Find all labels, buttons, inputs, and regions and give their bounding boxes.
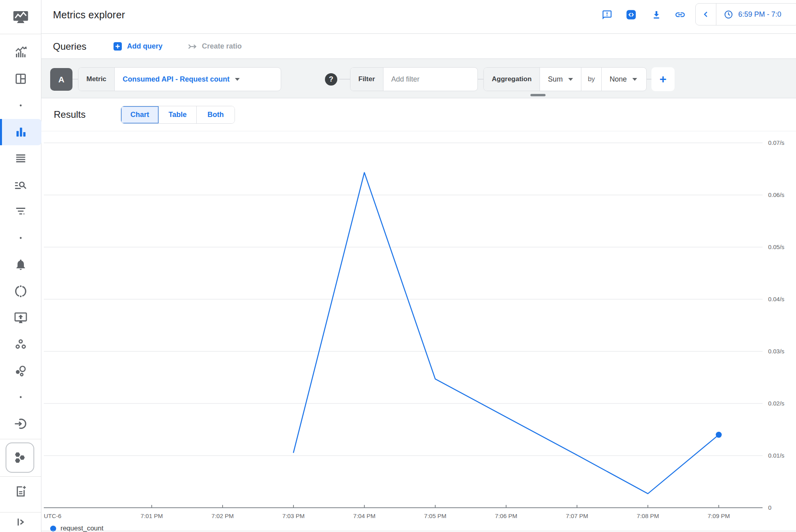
timezone-label: UTC-6 [44, 513, 61, 519]
time-range-text: 6:59 PM - 7:0 [738, 10, 781, 19]
feedback-button[interactable] [598, 6, 616, 23]
back-chevron-icon [702, 10, 710, 19]
group-by-select[interactable]: None [602, 68, 645, 91]
sidebar-divider [0, 439, 41, 439]
sidebar-item-dashboards[interactable] [0, 68, 41, 90]
sidebar-item-trace[interactable] [0, 201, 41, 223]
help-button[interactable]: ? [325, 73, 337, 86]
x-tick-label: 7:05 PM [424, 513, 446, 519]
y-tick-label: 0.07/s [768, 139, 784, 146]
sidebar-item-logs-search[interactable] [0, 174, 41, 196]
series-end-marker [716, 432, 722, 438]
sidebar-item-overview[interactable] [0, 41, 41, 64]
queries-heading: Queries [53, 41, 86, 52]
integrations-icon [14, 417, 27, 431]
metric-select[interactable]: Consumed API - Request count [115, 68, 248, 91]
dashboards-icon [14, 72, 27, 86]
sidebar-item-more-dot-3 [0, 386, 41, 408]
left-nav-sidebar [0, 0, 41, 532]
clock-icon [724, 10, 733, 19]
y-tick-label: 0.03/s [768, 348, 784, 355]
sidebar-divider [0, 512, 41, 513]
sidebar-divider [0, 476, 41, 477]
sidebar-item-metrics-explorer[interactable] [0, 119, 41, 145]
x-tick-label: 7:04 PM [353, 513, 376, 519]
svg-text:?: ? [329, 75, 333, 83]
sidebar-item-services[interactable] [0, 360, 41, 382]
more-dot-1-icon [16, 101, 25, 110]
time-range-button[interactable]: 6:59 PM - 7:0 [716, 4, 781, 25]
time-back-button[interactable] [696, 4, 716, 25]
aggregation-select[interactable]: Sum [540, 68, 581, 91]
sidebar-item-groups[interactable] [0, 333, 41, 355]
groups-icon [14, 338, 27, 351]
connector-line [478, 79, 483, 80]
filter-chip: Filter Add filter [350, 67, 478, 91]
create-ratio-button[interactable]: Create ratio [187, 41, 242, 52]
tab-chart[interactable]: Chart [121, 106, 159, 123]
download-icon [651, 10, 662, 20]
more-dot-3-icon [16, 392, 25, 402]
aggregation-label: Aggregation [484, 68, 540, 91]
overview-icon [14, 45, 28, 60]
sidebar-item-error-reporting[interactable] [0, 280, 41, 302]
tab-table[interactable]: Table [159, 106, 197, 123]
queries-header-row: Queries Add query Create ratio [41, 34, 796, 59]
sidebar-item-release-notes[interactable] [0, 480, 41, 503]
sidebar-item-log-based-metrics[interactable] [0, 147, 41, 170]
x-tick-label: 7:01 PM [141, 513, 163, 519]
x-tick-label: 7:03 PM [282, 513, 305, 519]
results-header-row: Results Chart Table Both [41, 98, 796, 131]
filter-label: Filter [350, 68, 383, 91]
sidebar-item-uptime-checks[interactable] [0, 306, 41, 329]
sidebar-item-more-dot-1 [0, 94, 41, 117]
monitor-chart-icon [12, 8, 30, 26]
chevron-down-icon [235, 78, 240, 81]
y-tick-label: 0.06/s [768, 191, 784, 198]
panel-resize-handle[interactable] [530, 94, 546, 96]
x-tick-label: 7:02 PM [211, 513, 234, 519]
by-label: by [581, 68, 601, 91]
x-tick-label: 7:08 PM [637, 513, 659, 519]
tab-both[interactable]: Both [197, 106, 235, 123]
uptime-checks-icon [14, 311, 27, 324]
view-code-button[interactable] [622, 6, 640, 23]
logs-search-icon [14, 178, 27, 192]
more-dot-2-icon [16, 233, 25, 243]
metric-chip: Metric Consumed API - Request count [78, 67, 281, 91]
metric-label: Metric [78, 68, 115, 91]
services-icon [14, 364, 27, 378]
sidebar-item-integrations[interactable] [0, 413, 41, 435]
sidebar-item-expand-panel[interactable] [0, 511, 41, 532]
sidebar-divider [0, 34, 41, 34]
filter-input[interactable]: Add filter [383, 68, 477, 91]
cloud-monitoring-logo-icon[interactable] [0, 0, 41, 34]
error-reporting-icon [14, 285, 27, 298]
chart-canvas[interactable]: 0.07/s0.06/s0.05/s0.04/s0.03/s0.02/s0.01… [0, 131, 796, 532]
y-tick-label: 0.05/s [768, 244, 784, 250]
query-letter-badge: A [50, 68, 72, 91]
kubernetes-engine-icon [12, 450, 28, 466]
connector-line [339, 79, 350, 80]
x-tick-label: 7:09 PM [708, 513, 730, 519]
add-query-button[interactable]: Add query [113, 41, 162, 51]
y-tick-label: 0.01/s [768, 452, 784, 459]
results-view-toggle: Chart Table Both [121, 106, 235, 124]
x-tick-label: 7:06 PM [495, 513, 517, 519]
metrics-explorer-icon [14, 125, 27, 139]
feedback-icon [602, 10, 612, 20]
download-button[interactable] [647, 6, 665, 23]
sidebar-item-alerting[interactable] [0, 253, 41, 276]
alerting-icon [14, 258, 27, 271]
connector-line [72, 79, 78, 80]
sidebar-item-kubernetes-engine[interactable] [6, 442, 34, 473]
results-heading: Results [54, 109, 86, 120]
link-icon [675, 9, 686, 20]
trace-icon [14, 205, 27, 218]
expand-panel-icon [15, 516, 27, 528]
get-link-button[interactable] [671, 6, 689, 23]
y-tick-label: 0.02/s [768, 400, 784, 407]
series-line-request_count [293, 173, 719, 494]
question-mark-icon: ? [325, 73, 337, 86]
add-aggregation-step-button[interactable]: + [651, 67, 675, 91]
